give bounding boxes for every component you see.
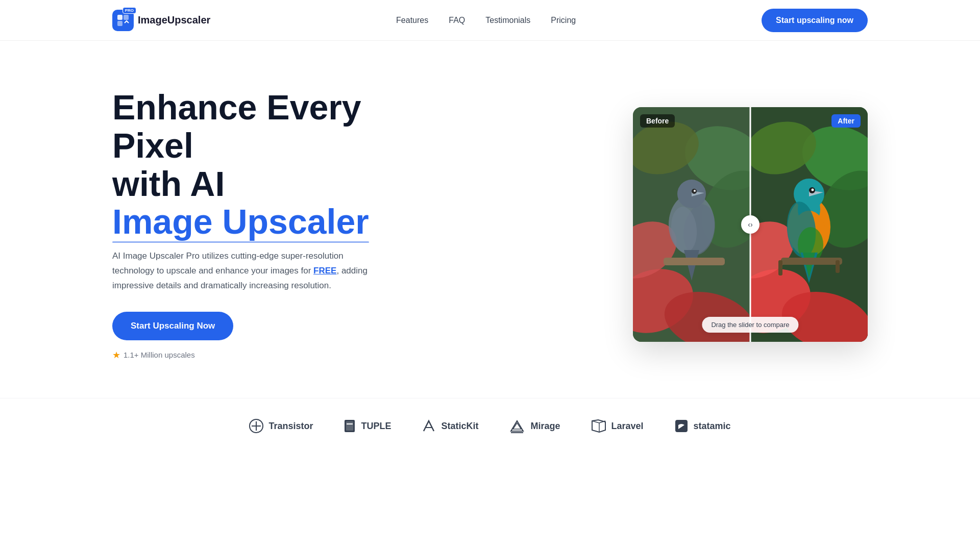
mirage-icon [509, 419, 525, 433]
svg-point-14 [694, 190, 696, 192]
logo-laravel: Laravel [591, 419, 644, 433]
logo-transistor: Transistor [249, 419, 313, 433]
hero-desc-prefix: AI Image Upscaler Pro utilizes cutting-e… [112, 251, 344, 276]
nav-faq[interactable]: FAQ [449, 16, 465, 25]
slider-arrows: ‹› [748, 220, 752, 229]
logo-text: ImageUpscaler [138, 14, 210, 26]
logo-area[interactable]: PRO ImageUpscaler [112, 10, 210, 31]
hero-stat-text: 1.1+ Million upscales [124, 350, 195, 359]
header: PRO ImageUpscaler Features FAQ Testimoni… [0, 0, 980, 41]
svg-rect-0 [117, 15, 122, 20]
image-compare-widget[interactable]: Before After ‹› Drag the slider to compa… [633, 107, 868, 342]
svg-rect-44 [346, 421, 353, 431]
after-image [750, 107, 868, 342]
laravel-icon [591, 419, 606, 433]
tuple-label: TUPLE [361, 421, 391, 432]
compare-container[interactable]: Before After ‹› Drag the slider to compa… [633, 107, 868, 342]
drag-hint: Drag the slider to compare [702, 317, 798, 333]
hero-stat: ★ 1.1+ Million upscales [112, 349, 419, 361]
hero-title-line2: with AI [112, 164, 225, 203]
hero-cta-button[interactable]: Start Upscaling Now [112, 312, 233, 340]
hero-section: Enhance Every Pixel with AI Image Upscal… [0, 41, 980, 398]
statamic-icon [674, 419, 689, 433]
svg-rect-37 [781, 258, 842, 265]
tuple-icon [344, 419, 356, 433]
main-nav: Features FAQ Testimonials Pricing [396, 16, 576, 25]
after-label: After [831, 114, 861, 128]
transistor-label: Transistor [268, 421, 313, 432]
before-label: Before [640, 114, 675, 128]
nav-features[interactable]: Features [396, 16, 428, 25]
svg-point-34 [812, 189, 814, 191]
mirage-label: Mirage [530, 421, 560, 432]
statickit-label: StaticKit [441, 421, 478, 432]
header-cta-button[interactable]: Start upscaling now [762, 9, 868, 32]
hero-left: Enhance Every Pixel with AI Image Upscal… [112, 88, 419, 361]
logo-badge: PRO [122, 7, 136, 14]
logo-statamic: statamic [674, 419, 731, 433]
nav-pricing[interactable]: Pricing [551, 16, 576, 25]
hero-title-line1: Enhance Every Pixel [112, 88, 361, 165]
transistor-icon [249, 419, 263, 433]
svg-rect-1 [124, 15, 129, 20]
slider-handle[interactable]: ‹› [741, 215, 760, 234]
svg-rect-39 [836, 260, 840, 273]
nav-testimonials[interactable]: Testimonials [485, 16, 530, 25]
logo-statickit: StaticKit [422, 419, 478, 433]
laravel-label: Laravel [611, 421, 644, 432]
hero-title: Enhance Every Pixel with AI Image Upscal… [112, 88, 419, 241]
svg-rect-18 [664, 258, 725, 265]
before-image [633, 107, 750, 342]
hero-description: AI Image Upscaler Pro utilizes cutting-e… [112, 249, 378, 293]
logos-strip: Transistor TUPLE StaticKit Mirage [0, 398, 980, 464]
statickit-icon [422, 419, 436, 433]
svg-rect-2 [117, 21, 122, 26]
logo-icon: PRO [112, 10, 134, 31]
hero-title-line3: Image Upscaler [112, 203, 369, 241]
svg-rect-38 [778, 260, 782, 276]
star-icon: ★ [112, 349, 120, 361]
statamic-label: statamic [694, 421, 731, 432]
logo-tuple: TUPLE [344, 419, 391, 433]
logo-mirage: Mirage [509, 419, 560, 433]
hero-free-badge: FREE [313, 266, 336, 276]
